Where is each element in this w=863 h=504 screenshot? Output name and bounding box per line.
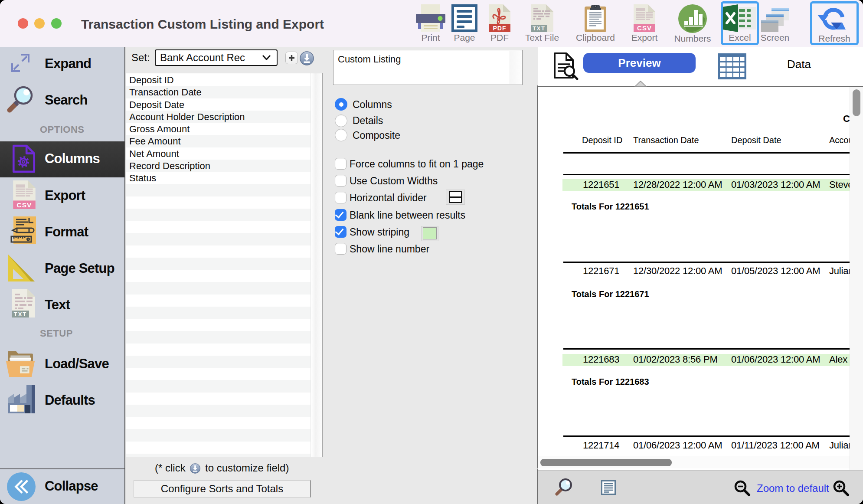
svg-text:TXT: TXT: [14, 311, 27, 317]
svg-text:TXT: TXT: [533, 26, 546, 32]
svg-text:CSV: CSV: [637, 24, 652, 32]
svg-text:CSV: CSV: [17, 201, 32, 209]
svg-text:PDF: PDF: [493, 25, 507, 32]
